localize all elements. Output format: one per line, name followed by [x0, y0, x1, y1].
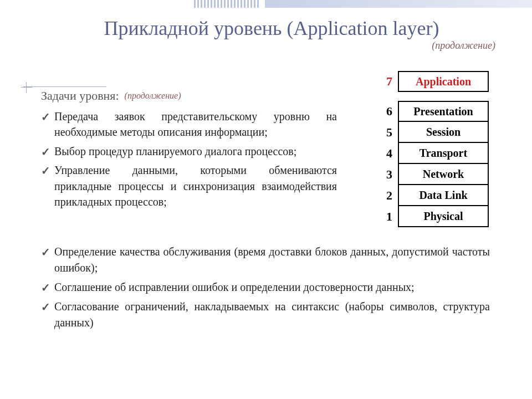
- subhead-underline: [23, 86, 106, 87]
- osi-layer-application: Application: [398, 71, 489, 92]
- tasks-upper: Передача заявок представительскому уровн…: [41, 109, 337, 213]
- osi-number: 5: [381, 125, 398, 140]
- osi-layer-session: Session: [398, 122, 489, 143]
- osi-number: 6: [381, 104, 398, 119]
- continuation-label-inline: (продолжение): [125, 91, 181, 101]
- osi-number: 2: [381, 188, 398, 203]
- subhead-wrap: Задачи уровня: (продолжение): [41, 89, 181, 103]
- osi-row-4: 4 Transport: [381, 143, 489, 164]
- subhead: Задачи уровня:: [41, 89, 119, 103]
- osi-number: 7: [381, 74, 398, 89]
- task-item: Согласование ограничений, накладываемых …: [41, 299, 490, 331]
- tasks-lower: Определение качества обслуживания (время…: [41, 244, 490, 334]
- osi-row-5: 5 Session: [381, 122, 489, 143]
- osi-layer-presentation: Presentation: [398, 101, 489, 122]
- osi-row-1: 1 Physical: [381, 206, 489, 227]
- osi-layer-network: Network: [398, 164, 489, 185]
- osi-row-7: 7 Application: [381, 71, 489, 92]
- osi-row-3: 3 Network: [381, 164, 489, 185]
- task-item: Соглашение об исправлении ошибок и опред…: [41, 279, 490, 295]
- continuation-label-top: (продолжение): [432, 40, 495, 52]
- osi-number: 3: [381, 167, 398, 182]
- osi-layer-physical: Physical: [398, 206, 489, 227]
- hatch-decor: [194, 0, 260, 8]
- task-item: Передача заявок представительскому уровн…: [41, 109, 337, 140]
- osi-number: 1: [381, 209, 398, 224]
- slide: Прикладной уровень (Application layer) (…: [0, 0, 532, 399]
- task-item: Выбор процедур планируемого диалога проц…: [41, 144, 337, 159]
- osi-row-2: 2 Data Link: [381, 185, 489, 206]
- task-item: Управление данными, которыми обмениваютс…: [41, 162, 337, 209]
- osi-layer-datalink: Data Link: [398, 185, 489, 206]
- osi-stack: 7 Application 6 Presentation 5 Session 4…: [381, 71, 489, 227]
- osi-number: 4: [381, 146, 398, 161]
- gradient-decor: [265, 0, 532, 8]
- osi-layer-transport: Transport: [398, 143, 489, 164]
- slide-title: Прикладной уровень (Application layer): [55, 17, 488, 40]
- task-item: Определение качества обслуживания (время…: [41, 244, 490, 276]
- osi-row-6: 6 Presentation: [381, 101, 489, 122]
- top-decor: [194, 0, 532, 8]
- cross-decor-icon: [21, 82, 32, 93]
